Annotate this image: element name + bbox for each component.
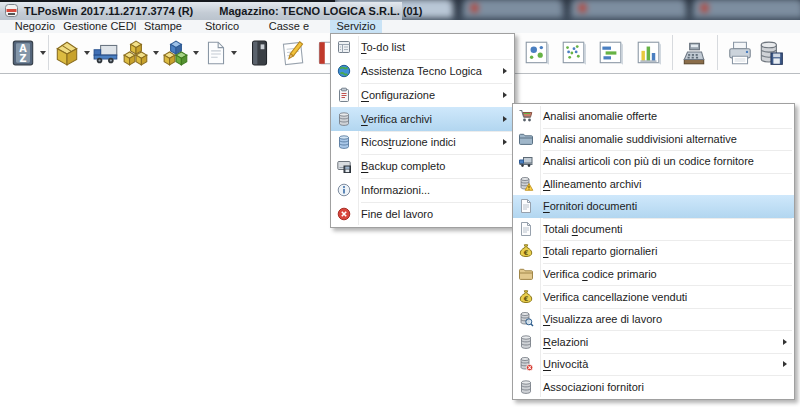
menu-item-label: Associazioni fornitori <box>543 381 644 393</box>
submenu-arrow-icon <box>783 339 787 345</box>
app-window: TLPosWin 2017.11.2717.3774 (R) Magazzino… <box>0 0 800 407</box>
svg-text:Z: Z <box>19 53 26 64</box>
submenu-arrow-icon <box>503 139 507 145</box>
menu-item-analisi-anomalie-offerte[interactable]: Analisi anomalie offerte <box>513 105 794 128</box>
truck-small-icon <box>518 153 534 169</box>
menubar-item-negozio[interactable]: Negozio <box>10 20 60 33</box>
database-blue-icon <box>336 134 352 150</box>
menu-item-label: Fine del lavoro <box>361 208 433 220</box>
menubar: Negozio Gestione CEDI Stampe Storico Cas… <box>0 20 800 33</box>
menu-item-analisi-articoli-codice-fornitore[interactable]: Analisi articoli con più di un codice fo… <box>513 150 794 173</box>
menu-item-ricostruzione-indici[interactable]: Ricostruzione indici <box>331 131 514 155</box>
az-catalog-icon[interactable]: AZ <box>9 39 37 67</box>
money-bag-icon: € <box>518 289 534 305</box>
package-icon[interactable] <box>53 39 81 67</box>
document-toolbar-icon[interactable] <box>202 39 230 67</box>
assortment-cubes-dropdown-arrow[interactable] <box>193 51 199 55</box>
menubar-item-servizio[interactable]: Servizio <box>330 20 382 33</box>
menu-item-label: Allineamento archivi <box>543 178 641 190</box>
database-icon <box>518 334 534 350</box>
menu-item-label: Backup completo <box>361 160 445 172</box>
toolbar-separator <box>672 35 673 70</box>
chart-bubble-icon[interactable] <box>523 39 551 67</box>
menu-item-label: Visualizza aree di lavoro <box>543 313 662 325</box>
document-dropdown-arrow[interactable] <box>231 51 237 55</box>
database-save-icon[interactable] <box>757 39 785 67</box>
menu-item-univocita[interactable]: Univocità <box>513 353 794 376</box>
chart-bar-icon[interactable] <box>635 39 663 67</box>
menu-item-label: Assistenza Tecno Logica <box>361 65 482 77</box>
cash-register-icon[interactable] <box>680 39 708 67</box>
app-icon <box>5 4 18 19</box>
menu-item-visualizza-aree-di-lavoro[interactable]: Visualizza aree di lavoro <box>513 308 794 331</box>
articles-cubes-icon[interactable] <box>122 39 150 67</box>
menubar-item-gestione-cedi[interactable]: Gestione CEDI <box>63 20 137 33</box>
truck-icon[interactable] <box>92 39 120 67</box>
backup-drive-icon <box>336 158 352 174</box>
menu-item-backup-completo[interactable]: Backup completo <box>331 154 514 178</box>
document-icon <box>518 198 534 214</box>
menu-item-label: Totali reparto giornalieri <box>543 245 657 257</box>
info-icon <box>336 182 352 198</box>
menu-item-label: Configurazione <box>361 89 435 101</box>
menu-item-label: Analisi anomalie suddivisioni alternativ… <box>543 133 737 145</box>
menu-item-totali-documenti[interactable]: Totali documenti <box>513 218 794 241</box>
document-icon <box>518 221 534 237</box>
database-warning-icon <box>518 176 534 192</box>
configuration-icon <box>336 87 352 103</box>
todo-list-icon <box>336 39 352 55</box>
database-icon <box>336 111 352 127</box>
window-subtitle: Magazzino: TECNO LOGICA S.R.L. (01) <box>219 5 422 17</box>
menu-item-label: Informazioni... <box>361 184 430 196</box>
folder-tan-icon <box>518 266 534 282</box>
menu-item-label: Analisi anomalie offerte <box>543 110 657 122</box>
menu-item-label: Verifica codice primario <box>543 268 657 280</box>
menu-item-fornitori-documenti[interactable]: Fornitori documenti <box>513 195 794 218</box>
menu-item-analisi-anomalie-suddivisioni[interactable]: Analisi anomalie suddivisioni alternativ… <box>513 128 794 151</box>
articles-cubes-dropdown-arrow[interactable] <box>153 51 159 55</box>
menu-item-todo-list[interactable]: To-do list <box>331 35 514 59</box>
menu-item-totali-reparto-giornalieri[interactable]: € Totali reparto giornalieri <box>513 240 794 263</box>
submenu-arrow-icon <box>783 361 787 367</box>
menu-item-fine-del-lavoro[interactable]: Fine del lavoro <box>331 202 514 226</box>
menu-item-label: Univocità <box>543 358 588 370</box>
menu-item-relazioni[interactable]: Relazioni <box>513 330 794 353</box>
submenu-arrow-icon <box>503 116 507 122</box>
menubar-item-stampe[interactable]: Stampe <box>138 20 188 33</box>
menu-item-informazioni[interactable]: Informazioni... <box>331 178 514 202</box>
menu-item-allineamento-archivi[interactable]: Allineamento archivi <box>513 173 794 196</box>
exit-red-icon <box>336 206 352 222</box>
menubar-item-storico[interactable]: Storico <box>197 20 247 33</box>
toolbar-separator <box>717 35 718 70</box>
menu-item-configurazione[interactable]: Configurazione <box>331 83 514 107</box>
az-catalog-dropdown-arrow[interactable] <box>40 51 46 55</box>
titlebar[interactable]: TLPosWin 2017.11.2717.3774 (R) Magazzino… <box>0 2 402 21</box>
database-search-icon <box>518 311 534 327</box>
notes-pencil-icon[interactable] <box>279 39 307 67</box>
assortment-cubes-icon[interactable] <box>162 39 190 67</box>
verifica-archivi-submenu: Analisi anomalie offerte Analisi anomali… <box>512 103 795 400</box>
binder-icon[interactable] <box>245 39 273 67</box>
menu-item-label: Verifica archivi <box>361 113 432 125</box>
package-dropdown-arrow[interactable] <box>84 51 90 55</box>
svg-text:€: € <box>523 249 529 257</box>
database-icon <box>518 379 534 395</box>
submenu-arrow-icon <box>503 92 507 98</box>
menu-item-label: To-do list <box>361 41 405 53</box>
menu-item-verifica-codice-primario[interactable]: Verifica codice primario <box>513 263 794 286</box>
menu-item-label: Totali documenti <box>543 223 623 235</box>
printer-icon[interactable] <box>726 39 754 67</box>
menu-item-verifica-archivi[interactable]: Verifica archivi <box>331 107 514 131</box>
menu-item-assistenza-tecno-logica[interactable]: Assistenza Tecno Logica <box>331 59 514 83</box>
menu-item-associazioni-fornitori[interactable]: Associazioni fornitori <box>513 375 794 398</box>
chart-gantt-icon[interactable] <box>597 39 625 67</box>
menu-item-verifica-cancellazione-venduti[interactable]: € Verifica cancellazione venduti <box>513 285 794 308</box>
menubar-item-casse-e-bilance[interactable]: Casse e bilance <box>251 20 327 33</box>
database-error-icon <box>518 356 534 372</box>
submenu-arrow-icon <box>503 68 507 74</box>
chart-scatter-icon[interactable] <box>560 39 588 67</box>
folder-blue-icon <box>518 131 534 147</box>
servizio-menu: To-do list Assistenza Tecno Logica Confi… <box>330 33 515 228</box>
window-title: TLPosWin 2017.11.2717.3774 (R) <box>24 5 193 17</box>
toolbar-separator <box>48 35 49 70</box>
